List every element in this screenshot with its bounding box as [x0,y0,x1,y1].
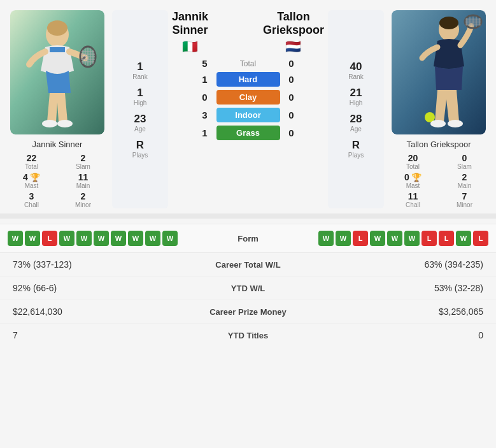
right-plays-stat: R Plays [348,139,364,159]
left-rank-label: Rank [132,73,147,80]
score-surfaces: 5 Total 0 1 Hard 0 0 Clay 0 3 [172,58,324,140]
right-slam-label: Slam [441,163,488,170]
right-total-stat: 20 Total [389,153,437,170]
career-total-row: 73% (337-123) Career Total W/L 63% (394-… [0,253,496,277]
right-minor-stat: 7 Minor [441,191,488,208]
clay-score-row: 0 Clay 0 [172,90,324,105]
form-badge-right: W [404,231,420,246]
total-right-score: 0 [285,58,298,69]
right-main-label: Main [441,182,488,189]
left-total-value: 22 [8,153,55,163]
right-player-stats: 20 Total 0 Slam 0 🏆 Mast 2 Main [388,153,490,208]
ytd-wl-row: 92% (66-6) YTD W/L 53% (32-28) [0,277,496,300]
form-section: WWLWWWWWWW Form WWLWWWLLWL [0,224,496,253]
svg-point-20 [439,17,458,29]
left-name-block: Jannik Sinner 🇮🇹 [172,10,208,54]
svg-point-7 [57,120,73,127]
form-badge-right: W [336,231,351,246]
right-name-block: Tallon Griekspoor 🇳🇱 [263,10,324,54]
ytd-wl-label: YTD W/L [178,284,318,293]
form-badge-left: W [59,231,74,246]
right-player-name: Tallon Griekspoor [406,140,471,149]
indoor-score-row: 3 Indoor 0 [172,108,324,122]
right-mast-label: Mast [389,182,437,189]
svg-point-32 [430,120,446,127]
form-badge-right: W [387,231,402,246]
right-high-label: High [350,99,363,106]
form-badge-right: L [439,231,454,246]
names-row: Jannik Sinner 🇮🇹 Tallon Griekspoor 🇳🇱 [172,10,324,54]
right-mast-value: 0 🏆 [389,172,437,182]
right-stat-panel: 40 Rank 21 High 28 Age R Plays [328,10,384,208]
form-badge-left: L [42,231,57,246]
ytd-wl-right: 53% (32-28) [318,283,484,293]
left-slam-stat: 2 Slam [59,153,107,170]
form-badge-left: W [145,231,160,246]
center-content: Jannik Sinner 🇮🇹 Tallon Griekspoor 🇳🇱 [172,10,324,208]
career-total-left: 73% (337-123) [13,259,178,270]
svg-point-2 [47,20,67,36]
total-left-score: 5 [199,58,211,69]
main-container: Jannik Sinner 22 Total 2 Slam 4 🏆 Mast [0,0,496,347]
total-score-row: 5 Total 0 [172,58,324,69]
career-prize-right: $3,256,065 [318,307,484,317]
hard-score-row: 1 Hard 0 [172,72,324,87]
right-chall-stat: 11 Chall [389,191,437,208]
right-trophy-icon: 🏆 [411,173,422,182]
left-player-photo [10,10,104,134]
left-minor-stat: 2 Minor [59,191,107,208]
left-total-label: Total [8,163,55,170]
left-chall-label: Chall [8,201,55,208]
right-big-name: Tallon Griekspoor [263,10,324,36]
left-stat-panel: 1 Rank 1 High 23 Age R Plays [112,10,168,208]
clay-left-score: 0 [199,92,211,103]
left-mast-label: Mast [8,182,55,189]
form-badge-left: W [162,231,178,246]
form-badge-left: W [76,231,92,246]
right-age-label: Age [350,126,362,133]
right-slam-stat: 0 Slam [441,153,488,170]
grass-right-score: 0 [285,127,298,138]
ytd-titles-row: 7 YTD Titles 0 [0,324,496,347]
left-player-name: Jannik Sinner [32,140,83,149]
right-plays-value: R [348,139,364,152]
form-badge-left: W [128,231,143,246]
right-main-value: 2 [441,172,488,182]
right-total-label: Total [389,163,437,170]
left-mast-stat: 4 🏆 Mast [8,172,55,189]
form-badge-left: W [94,231,109,246]
indoor-left-score: 3 [199,110,211,120]
grass-surface-badge: Grass [216,126,280,140]
form-badge-right: L [422,231,437,246]
right-player-block: Tallon Griekspoor 20 Total 0 Slam 0 🏆 Ma… [388,10,490,208]
right-form-badges: WWLWWWLLWL [287,231,489,246]
left-main-value: 11 [59,172,107,182]
grass-score-row: 1 Grass 0 [172,126,324,140]
left-slam-label: Slam [59,163,107,170]
hard-left-score: 1 [199,74,211,85]
form-badge-left: W [25,231,40,246]
svg-rect-3 [50,47,65,52]
ytd-titles-left: 7 [13,330,178,340]
right-minor-value: 7 [441,191,488,201]
left-chall-stat: 3 Chall [8,191,55,208]
right-plays-label: Plays [348,152,364,159]
ytd-titles-right: 0 [318,330,484,340]
right-player-photo [392,10,486,134]
left-age-value: 23 [134,113,146,126]
right-rank-stat: 40 Rank [348,61,363,80]
left-total-stat: 22 Total [8,153,55,170]
left-age-label: Age [134,126,146,133]
indoor-surface-badge: Indoor [216,108,280,122]
form-badge-right: L [353,231,368,246]
hard-right-score: 0 [285,74,298,85]
left-plays-value: R [132,139,148,152]
right-age-value: 28 [350,113,362,126]
left-player-stats: 22 Total 2 Slam 4 🏆 Mast 11 Main [6,153,108,208]
left-high-stat: 1 High [134,87,147,106]
left-rank-stat: 1 Rank [132,61,147,80]
career-total-label: Career Total W/L [178,260,318,270]
form-badge-right: W [456,231,471,246]
career-prize-left: $22,614,030 [13,307,178,317]
indoor-right-score: 0 [285,110,298,120]
